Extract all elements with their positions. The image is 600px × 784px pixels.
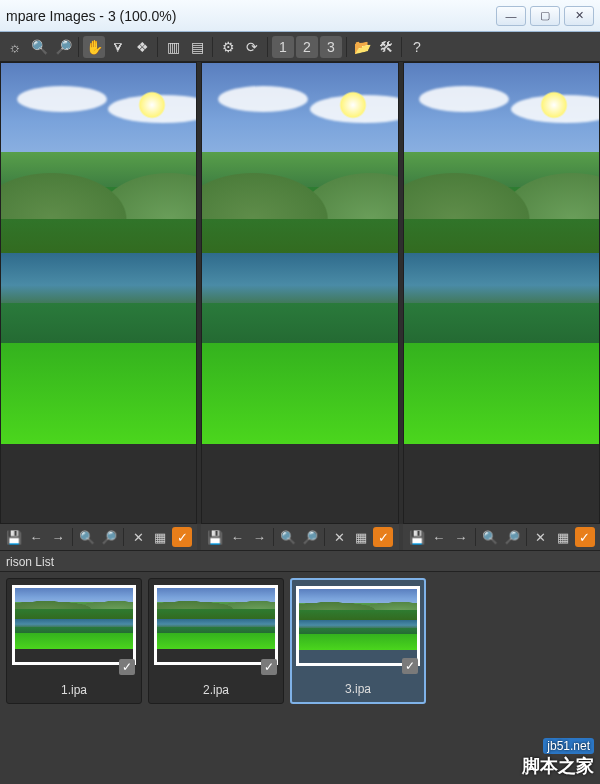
thumbnail-label: 2.ipa <box>203 683 229 697</box>
prev-icon[interactable]: ← <box>227 527 247 547</box>
panel-b-icon[interactable]: ▤ <box>186 36 208 58</box>
comparison-list-header: rison List <box>0 550 600 572</box>
watermark-url: jb51.net <box>543 738 594 754</box>
histogram-icon[interactable]: ⛛ <box>107 36 129 58</box>
layout-3-icon[interactable]: 3 <box>320 36 342 58</box>
prev-icon[interactable]: ← <box>26 527 46 547</box>
zoom-out-icon[interactable]: 🔎 <box>502 527 522 547</box>
thumbnail-image <box>154 585 278 665</box>
titlebar: mpare Images - 3 (100.0%) — ▢ ✕ <box>0 0 600 32</box>
minimize-button[interactable]: — <box>496 6 526 26</box>
grid-icon[interactable]: ▦ <box>150 527 170 547</box>
window-title: mpare Images - 3 (100.0%) <box>6 8 496 24</box>
check-icon[interactable]: ✓ <box>119 659 135 675</box>
zoom-out-icon[interactable]: 🔎 <box>99 527 119 547</box>
help-icon[interactable]: ? <box>406 36 428 58</box>
check-icon[interactable]: ✓ <box>172 527 192 547</box>
image-pane-1[interactable] <box>0 62 197 524</box>
thumbnail-image <box>296 586 420 666</box>
next-icon[interactable]: → <box>249 527 269 547</box>
thumbnail-row: ✓1.ipa✓2.ipa✓3.ipa <box>0 572 600 722</box>
save-icon[interactable]: 💾 <box>205 527 225 547</box>
next-icon[interactable]: → <box>48 527 68 547</box>
close-pane-icon[interactable]: ✕ <box>329 527 349 547</box>
thumbnail[interactable]: ✓1.ipa <box>6 578 142 704</box>
thumbnail-label: 1.ipa <box>61 683 87 697</box>
layout-1-icon[interactable]: 1 <box>272 36 294 58</box>
hand-tool-icon[interactable]: ✋ <box>83 36 105 58</box>
pane-toolbar-2: 💾←→🔍🔎✕▦✓ <box>201 524 398 550</box>
watermark: jb51.net 脚本之家 <box>522 736 594 778</box>
check-icon[interactable]: ✓ <box>261 659 277 675</box>
zoom-out-icon[interactable]: 🔎 <box>300 527 320 547</box>
thumbnail[interactable]: ✓3.ipa <box>290 578 426 704</box>
main-toolbar: ☼🔍🔎✋⛛❖▥▤⚙⟳123📂🛠? <box>0 32 600 62</box>
image-pane-3[interactable] <box>403 62 600 524</box>
save-icon[interactable]: 💾 <box>4 527 24 547</box>
image-pane-2[interactable] <box>201 62 398 524</box>
grid-icon[interactable]: ▦ <box>553 527 573 547</box>
panel-a-icon[interactable]: ▥ <box>162 36 184 58</box>
pane-toolbar-3: 💾←→🔍🔎✕▦✓ <box>403 524 600 550</box>
check-icon[interactable]: ✓ <box>575 527 595 547</box>
pane-toolbars: 💾←→🔍🔎✕▦✓ 💾←→🔍🔎✕▦✓ 💾←→🔍🔎✕▦✓ <box>0 524 600 550</box>
thumbnail-image <box>12 585 136 665</box>
tool-a[interactable]: ☼ <box>4 36 26 58</box>
zoom-in-icon[interactable]: 🔍 <box>28 36 50 58</box>
zoom-in-icon[interactable]: 🔍 <box>480 527 500 547</box>
settings-icon[interactable]: 🛠 <box>375 36 397 58</box>
thumbnail[interactable]: ✓2.ipa <box>148 578 284 704</box>
close-pane-icon[interactable]: ✕ <box>128 527 148 547</box>
grid-icon[interactable]: ▦ <box>351 527 371 547</box>
layout-2-icon[interactable]: 2 <box>296 36 318 58</box>
gear-icon[interactable]: ⚙ <box>217 36 239 58</box>
app-window: mpare Images - 3 (100.0%) — ▢ ✕ ☼🔍🔎✋⛛❖▥▤… <box>0 0 600 784</box>
watermark-text: 脚本之家 <box>522 756 594 776</box>
window-controls: — ▢ ✕ <box>496 6 594 26</box>
zoom-in-icon[interactable]: 🔍 <box>77 527 97 547</box>
refresh-icon[interactable]: ⟳ <box>241 36 263 58</box>
close-button[interactable]: ✕ <box>564 6 594 26</box>
thumbnail-label: 3.ipa <box>345 682 371 696</box>
open-icon[interactable]: 📂 <box>351 36 373 58</box>
zoom-in-icon[interactable]: 🔍 <box>278 527 298 547</box>
zoom-out-icon[interactable]: 🔎 <box>52 36 74 58</box>
next-icon[interactable]: → <box>451 527 471 547</box>
check-icon[interactable]: ✓ <box>373 527 393 547</box>
maximize-button[interactable]: ▢ <box>530 6 560 26</box>
save-icon[interactable]: 💾 <box>407 527 427 547</box>
pane-toolbar-1: 💾←→🔍🔎✕▦✓ <box>0 524 197 550</box>
filter-icon[interactable]: ❖ <box>131 36 153 58</box>
compare-panes <box>0 62 600 524</box>
prev-icon[interactable]: ← <box>429 527 449 547</box>
close-pane-icon[interactable]: ✕ <box>531 527 551 547</box>
check-icon[interactable]: ✓ <box>402 658 418 674</box>
